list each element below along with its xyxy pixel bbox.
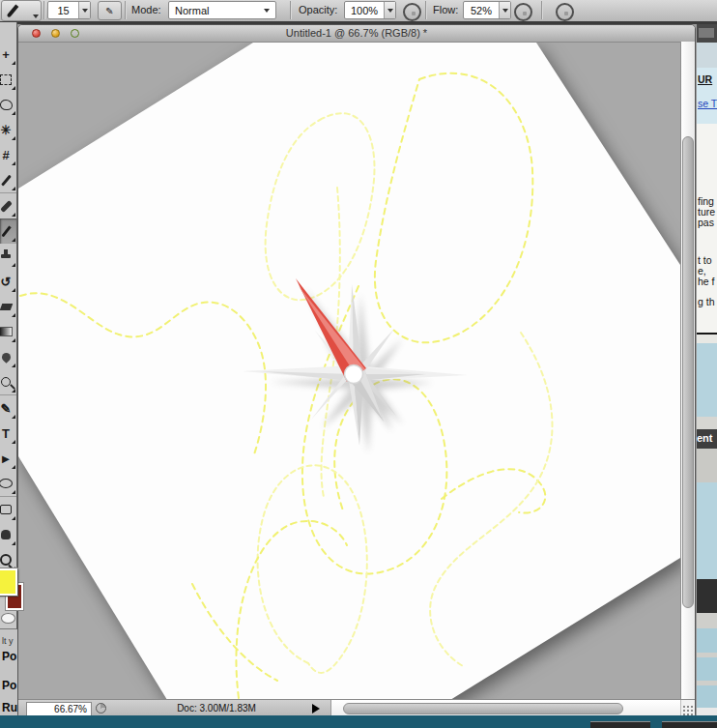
background-browser-right: UR se T fing ture pas t to e, he f g th … xyxy=(697,24,717,715)
tool-path-selection[interactable]: ► xyxy=(0,446,16,471)
opacity-value: 100% xyxy=(345,5,384,16)
gradient-icon xyxy=(0,327,13,336)
window-title: Untitled-1 @ 66.7% (RGB/8) * xyxy=(18,27,695,39)
background-link: se T xyxy=(698,98,717,109)
tool-blur[interactable] xyxy=(0,344,16,369)
status-menu-arrow-icon[interactable] xyxy=(312,704,320,713)
tool-lasso[interactable] xyxy=(0,92,16,117)
clone-stamp-icon xyxy=(1,254,11,258)
magic-wand-icon: ✳ xyxy=(1,124,12,136)
airbrush-mode-icon[interactable] xyxy=(556,3,574,21)
separator xyxy=(43,1,45,19)
tool-magic-wand[interactable]: ✳ xyxy=(0,117,16,142)
tool-type[interactable]: T xyxy=(0,421,16,446)
mode-select[interactable]: Normal xyxy=(168,1,276,19)
background-link: UR xyxy=(698,73,712,85)
opacity-field[interactable]: 100% xyxy=(344,1,396,19)
background-row xyxy=(697,628,717,653)
background-button-label: ent xyxy=(697,432,713,444)
tool-annotation[interactable] xyxy=(0,496,16,522)
background-block xyxy=(697,708,717,715)
background-box xyxy=(590,721,650,728)
tool-pen[interactable]: ✎ xyxy=(0,394,16,421)
flow-label: Flow: xyxy=(433,4,458,15)
document-window: Untitled-1 @ 66.7% (RGB/8) * xyxy=(17,24,696,715)
background-row xyxy=(697,685,717,708)
flow-dropdown[interactable] xyxy=(499,2,510,18)
background-box xyxy=(662,721,717,728)
background-text: he f xyxy=(698,276,715,287)
tool-clone-stamp[interactable] xyxy=(0,244,16,269)
background-block xyxy=(697,482,717,579)
background-block: UR se T xyxy=(697,68,717,124)
horizontal-scrollbar-thumb[interactable] xyxy=(343,703,623,714)
opacity-dropdown[interactable] xyxy=(384,2,395,18)
vertical-scrollbar-thumb[interactable] xyxy=(682,136,694,608)
separator xyxy=(425,1,427,19)
healing-brush-icon xyxy=(0,200,12,213)
tool-crop[interactable]: # xyxy=(0,142,16,167)
background-button xyxy=(697,24,717,43)
background-dock-bar xyxy=(0,715,717,728)
doc-size-info: Doc: 3.00M/1.83M xyxy=(115,703,318,713)
foreground-color-swatch[interactable] xyxy=(0,568,17,596)
background-text: g th xyxy=(698,296,715,307)
canvas-artwork xyxy=(18,43,680,700)
rectangular-marquee-icon xyxy=(0,74,12,85)
tool-dodge[interactable] xyxy=(0,369,16,394)
background-block xyxy=(697,335,717,343)
tool-palette: +✳#↺✎T► xyxy=(0,22,17,629)
lasso-icon xyxy=(0,100,13,110)
background-text: Ru xyxy=(2,701,17,714)
airbrush-toggle-icon[interactable] xyxy=(514,3,532,21)
separator xyxy=(541,1,543,19)
airbrush-icon[interactable] xyxy=(403,3,421,21)
annotation-icon xyxy=(0,505,12,514)
brush-size-dropdown[interactable] xyxy=(78,2,90,18)
tool-gradient[interactable] xyxy=(0,319,16,344)
tool-eraser[interactable] xyxy=(0,294,16,319)
dodge-icon xyxy=(1,377,11,387)
chevron-down-icon xyxy=(387,9,393,13)
crop-icon: # xyxy=(2,149,9,161)
brush-size-field[interactable]: 15 xyxy=(47,1,91,19)
background-text: Po xyxy=(2,679,16,692)
canvas-viewport[interactable] xyxy=(18,42,680,700)
background-text: pas xyxy=(698,217,714,228)
chevron-down-icon xyxy=(82,9,88,13)
background-text: Po xyxy=(2,650,16,663)
quick-mask-button[interactable] xyxy=(1,613,15,624)
type-icon: T xyxy=(2,427,10,440)
tool-shape[interactable] xyxy=(0,471,16,496)
chevron-down-icon xyxy=(264,9,270,13)
brush-preset-button[interactable] xyxy=(1,0,42,21)
shape-icon xyxy=(0,479,13,488)
hand-icon xyxy=(1,530,11,539)
eyedropper-icon xyxy=(1,174,11,186)
brush-icon xyxy=(7,4,19,17)
tool-healing-brush[interactable] xyxy=(0,192,16,218)
background-block xyxy=(697,343,717,417)
background-text-block: fing ture pas t to e, he f g th xyxy=(697,124,717,333)
tool-move[interactable]: + xyxy=(0,42,16,67)
tool-eyedropper[interactable] xyxy=(0,167,16,192)
mode-value: Normal xyxy=(169,5,264,16)
tool-history-brush[interactable]: ↺ xyxy=(0,269,16,294)
chevron-down-icon xyxy=(502,9,508,13)
tool-hand[interactable] xyxy=(0,522,16,547)
tool-brush[interactable] xyxy=(0,218,16,244)
brushes-palette-toggle[interactable]: ✎ xyxy=(98,1,122,20)
background-block xyxy=(697,449,717,482)
eraser-icon xyxy=(0,304,13,310)
tool-rectangular-marquee[interactable] xyxy=(0,67,16,92)
background-block xyxy=(697,613,717,628)
tablet-pen-icon: ✎ xyxy=(105,6,113,16)
background-dark-block xyxy=(697,579,717,613)
flow-field[interactable]: 52% xyxy=(463,1,511,19)
brush-size-value: 15 xyxy=(48,5,78,16)
vertical-scrollbar[interactable] xyxy=(680,42,695,699)
chevron-down-icon xyxy=(33,15,39,18)
window-titlebar[interactable]: Untitled-1 @ 66.7% (RGB/8) * xyxy=(18,25,695,43)
opacity-label: Opacity: xyxy=(299,4,337,15)
background-block xyxy=(697,43,717,68)
